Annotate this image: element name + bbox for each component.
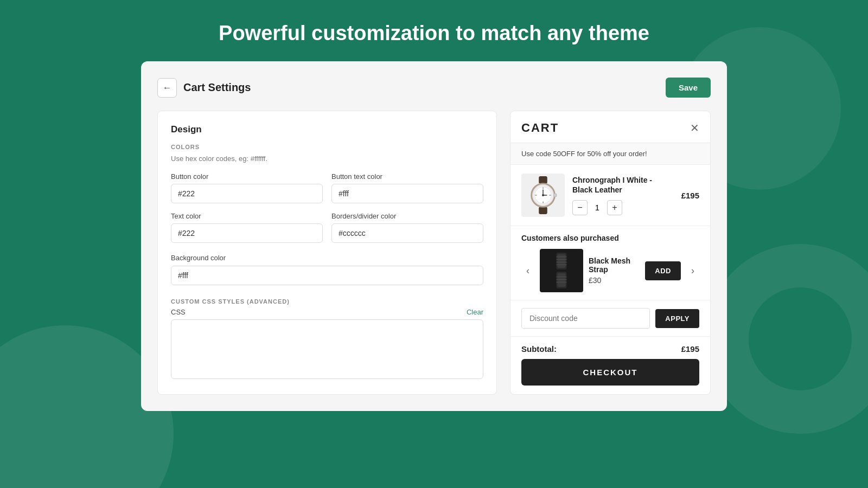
css-section-header: CUSTOM CSS STYLES (ADVANCED) bbox=[171, 298, 483, 305]
border-color-group: Borders/divider color bbox=[331, 212, 483, 243]
cart-item-name: Chronograph I White - Black Leather bbox=[572, 175, 674, 195]
color-fields-grid: Button color Button text color Text colo… bbox=[171, 172, 483, 243]
cart-item-image bbox=[521, 174, 565, 217]
discount-input[interactable] bbox=[521, 308, 650, 329]
svg-rect-12 bbox=[553, 194, 557, 197]
upsell-title: Customers also purchased bbox=[521, 234, 699, 242]
discount-row: APPLY bbox=[510, 300, 710, 337]
cart-item-price: £195 bbox=[681, 191, 699, 200]
design-panel-title: Design bbox=[171, 124, 483, 135]
button-color-input[interactable] bbox=[171, 184, 323, 203]
upsell-prev-arrow[interactable]: ‹ bbox=[521, 264, 534, 277]
svg-point-11 bbox=[542, 194, 544, 196]
clear-button[interactable]: Clear bbox=[467, 308, 483, 316]
colors-hint: Use hex color codes, eg: #ffffff. bbox=[171, 155, 483, 163]
cart-header: CART ✕ bbox=[510, 111, 710, 143]
save-button[interactable]: Save bbox=[666, 78, 711, 98]
bg-color-group: Background color bbox=[171, 253, 483, 285]
bg-color-label: Background color bbox=[171, 254, 226, 262]
upsell-row: ‹ bbox=[521, 249, 699, 292]
cart-item: Chronograph I White - Black Leather − 1 … bbox=[510, 165, 710, 226]
button-text-color-input[interactable] bbox=[331, 184, 483, 203]
qty-increase-button[interactable]: + bbox=[607, 200, 622, 215]
css-label: CSS bbox=[171, 308, 186, 316]
upsell-item-price: £30 bbox=[589, 276, 640, 285]
colors-section-label: COLORS bbox=[171, 144, 483, 150]
promo-banner: Use code 50OFF for 50% off your order! bbox=[510, 143, 710, 165]
qty-control: − 1 + bbox=[572, 200, 674, 215]
cart-item-details: Chronograph I White - Black Leather − 1 … bbox=[572, 175, 674, 215]
svg-rect-16 bbox=[557, 273, 566, 287]
upsell-item-name: Black Mesh Strap bbox=[589, 256, 640, 274]
card-header: ← Cart Settings Save bbox=[157, 78, 711, 98]
upsell-section: Customers also purchased ‹ bbox=[510, 226, 710, 300]
border-color-label: Borders/divider color bbox=[331, 212, 483, 220]
cart-close-button[interactable]: ✕ bbox=[690, 123, 699, 133]
button-text-color-group: Button text color bbox=[331, 172, 483, 203]
subtotal-row: Subtotal: £195 bbox=[510, 337, 710, 359]
design-panel: Design COLORS Use hex color codes, eg: #… bbox=[157, 111, 497, 395]
content-row: Design COLORS Use hex color codes, eg: #… bbox=[157, 111, 711, 395]
button-color-label: Button color bbox=[171, 172, 323, 181]
page-title: Cart Settings bbox=[183, 81, 251, 94]
back-button[interactable]: ← bbox=[157, 78, 177, 98]
text-color-group: Text color bbox=[171, 212, 323, 243]
border-color-input[interactable] bbox=[331, 223, 483, 243]
css-textarea[interactable] bbox=[171, 319, 483, 379]
cart-panel: CART ✕ Use code 50OFF for 50% off your o… bbox=[510, 111, 711, 395]
apply-button[interactable]: APPLY bbox=[655, 309, 699, 328]
card-header-left: ← Cart Settings bbox=[157, 78, 251, 98]
upsell-item-image bbox=[540, 249, 583, 292]
text-color-label: Text color bbox=[171, 212, 323, 220]
checkout-button[interactable]: CHECKOUT bbox=[521, 359, 699, 386]
cart-title: CART bbox=[521, 121, 559, 135]
upsell-add-button[interactable]: ADD bbox=[645, 261, 681, 280]
upsell-next-arrow[interactable]: › bbox=[686, 264, 699, 277]
svg-rect-0 bbox=[539, 176, 547, 184]
page-headline: Powerful customization to match any them… bbox=[0, 0, 868, 45]
svg-rect-15 bbox=[557, 254, 566, 268]
css-label-row: CSS Clear bbox=[171, 308, 483, 316]
subtotal-label: Subtotal: bbox=[521, 344, 557, 354]
css-section-title: CUSTOM CSS STYLES (ADVANCED) bbox=[171, 298, 290, 305]
subtotal-value: £195 bbox=[681, 344, 699, 354]
button-color-group: Button color bbox=[171, 172, 323, 203]
svg-rect-1 bbox=[539, 207, 547, 214]
qty-value: 1 bbox=[593, 203, 602, 212]
upsell-item-details: Black Mesh Strap £30 bbox=[589, 256, 640, 285]
qty-decrease-button[interactable]: − bbox=[572, 200, 588, 215]
text-color-input[interactable] bbox=[171, 223, 323, 243]
bg-color-input[interactable] bbox=[171, 266, 483, 285]
main-card: ← Cart Settings Save Design COLORS Use h… bbox=[141, 61, 727, 411]
button-text-color-label: Button text color bbox=[331, 172, 483, 181]
